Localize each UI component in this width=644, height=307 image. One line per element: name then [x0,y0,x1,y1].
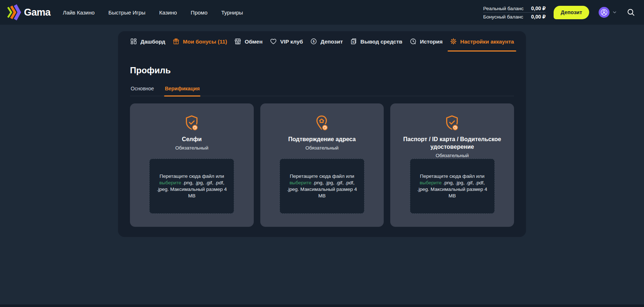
search-icon [627,8,635,17]
tab-deposit[interactable]: $ Депозит [310,31,343,52]
dropzone-text: Перетащите сюда файл или выберите .png, … [415,173,490,199]
nav-promo[interactable]: Промо [191,9,207,16]
svg-text:$: $ [313,40,314,43]
account-panel: Дашборд Мои бонусы (11) [118,31,526,237]
verification-card-passport: Паспорт / ID карта / Водительское удосто… [390,103,514,227]
card-title: Селфи [140,135,243,143]
file-dropzone[interactable]: Перетащите сюда файл или выберите .png, … [149,159,234,214]
card-title: Паспорт / ID карта / Водительское удосто… [401,135,504,151]
dashboard-icon [130,38,137,45]
dropzone-text: Перетащите сюда файл или выберите .png, … [154,173,229,199]
balance-block: Реальный баланс 0,00 ₽ Бонусный баланс 0… [483,4,546,21]
gear-icon [450,38,457,45]
subtab-label: Основное [131,86,154,91]
verification-card-address: Подтверждение адреса Обязательный Перета… [260,103,384,227]
choose-file-link[interactable]: выберите [159,180,182,185]
bonus-balance-row: Бонусный баланс 0,00 ₽ [483,13,546,21]
tab-dashboard[interactable]: Дашборд [130,31,165,52]
main-content: Дашборд Мои бонусы (11) [0,31,644,237]
svg-text:$: $ [352,40,354,44]
account-tabbar: Дашборд Мои бонусы (11) [130,31,514,52]
bonus-balance-label: Бонусный баланс [483,14,523,20]
top-header: Gama Лайв Казино Быстрые Игры Казино Про… [0,0,644,25]
logo-text: Gama [24,7,50,18]
avatar[interactable] [599,7,610,18]
banknotes-icon: $ [350,38,357,45]
card-required-label: Обязательный [390,153,514,158]
subtab-label: Верификация [165,86,200,91]
nav-tournaments[interactable]: Турниры [221,9,243,16]
heart-icon [270,38,277,45]
tab-label: Мои бонусы (11) [183,38,227,45]
header-right: Реальный баланс 0,00 ₽ Бонусный баланс 0… [483,4,635,21]
card-title: Подтверждение адреса [271,135,373,143]
address-pin-clock-icon [313,114,330,131]
profile-subtabs: Основное Верификация [130,86,514,96]
shield-check-clock-icon [183,114,200,131]
tab-label: Настройки аккаунта [460,38,514,45]
tab-vip-club[interactable]: VIP клуб [270,31,303,52]
file-dropzone[interactable]: Перетащите сюда файл или выберите .png, … [280,159,364,214]
nav-live-casino[interactable]: Лайв Казино [63,9,95,16]
page-title: Профиль [130,65,514,75]
chevron-down-icon[interactable] [612,10,617,15]
tab-label: Дашборд [140,38,165,45]
account-menu[interactable] [599,7,617,18]
subtab-main[interactable]: Основное [130,86,155,96]
verification-card-selfie: Селфи Обязательный Перетащите сюда файл … [130,103,254,227]
tab-exchange[interactable]: Обмен [234,31,262,52]
main-nav: Лайв Казино Быстрые Игры Казино Промо Ту… [63,9,243,16]
card-required-label: Обязательный [130,145,254,151]
tab-label: Обмен [245,38,262,45]
real-balance-label: Реальный баланс [483,6,523,11]
nav-fast-games[interactable]: Быстрые Игры [109,9,146,16]
history-clock-icon [409,38,417,45]
choose-file-link[interactable]: выберите [289,180,311,185]
subtab-verification[interactable]: Верификация [164,86,200,96]
tab-withdrawal[interactable]: $ Вывод средств [350,31,402,52]
gift-icon [172,38,180,45]
file-dropzone[interactable]: Перетащите сюда файл или выберите .png, … [410,159,495,214]
tab-account-settings[interactable]: Настройки аккаунта [450,31,514,52]
coin-icon: $ [310,38,317,45]
tab-label: Вывод средств [360,38,402,45]
nav-casino[interactable]: Казино [159,9,177,16]
tab-label: История [420,38,443,45]
deposit-button[interactable]: Депозит [554,6,589,19]
shield-check-clock-icon [444,114,461,131]
card-required-label: Обязательный [260,145,384,151]
tab-my-bonuses[interactable]: Мои бонусы (11) [172,31,227,52]
tab-history[interactable]: История [409,31,443,52]
shop-icon [234,38,241,45]
footer-strip [0,304,644,307]
verification-cards: Селфи Обязательный Перетащите сюда файл … [130,103,514,227]
choose-file-link[interactable]: выберите [420,180,442,185]
tab-label: VIP клуб [280,38,303,45]
real-balance-value: 0,00 ₽ [531,5,546,11]
real-balance-row: Реальный баланс 0,00 ₽ [483,4,546,12]
gama-logo-icon [6,3,22,22]
dropzone-text: Перетащите сюда файл или выберите .png, … [285,173,359,199]
search-button[interactable] [627,8,635,17]
tab-label: Депозит [321,38,343,45]
bonus-balance-value: 0,00 ₽ [531,14,546,20]
logo[interactable]: Gama [6,3,50,22]
user-icon [600,8,608,16]
